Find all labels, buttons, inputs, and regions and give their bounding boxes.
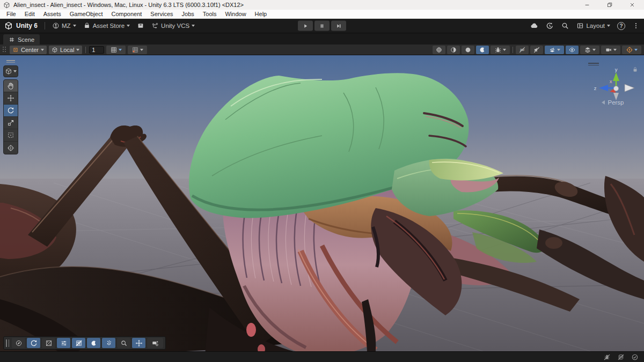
effects-icon — [548, 46, 556, 54]
product-label: Unity 6 — [16, 22, 38, 29]
rotate-icon — [30, 339, 38, 347]
account-dropdown[interactable]: MZ — [52, 22, 76, 29]
transform-tool-button[interactable] — [4, 142, 18, 154]
hand-tool-button[interactable] — [4, 80, 18, 92]
orientation-dropdown[interactable]: Local — [49, 46, 82, 54]
draw-mode-wireframe-button[interactable] — [433, 46, 445, 54]
camera-overlay-dropdown[interactable] — [601, 46, 620, 54]
axis-z-label[interactable]: z — [594, 85, 597, 91]
search-icon[interactable] — [561, 21, 569, 30]
move-overlay-button[interactable] — [132, 338, 145, 348]
rotate-overlay-button[interactable] — [27, 338, 40, 348]
layout-dropdown[interactable]: Layout — [576, 22, 610, 29]
scene-visibility-button[interactable] — [566, 46, 579, 54]
compass-button[interactable] — [12, 338, 25, 348]
move-icon — [7, 94, 14, 102]
cache-server-disconnected-icon[interactable] — [617, 353, 625, 361]
2d-toggle-button[interactable]: 2D — [516, 46, 529, 54]
scale-tool-button[interactable] — [4, 117, 18, 129]
chevron-down-icon — [127, 25, 130, 27]
status-ok-icon[interactable] — [631, 353, 639, 361]
asset-store-bag-icon — [83, 22, 91, 29]
search-overlay-button[interactable] — [117, 338, 130, 348]
axis-gizmo[interactable]: y x z — [591, 68, 638, 102]
draw-mode-shaded-button[interactable] — [462, 46, 474, 54]
asset-store-dropdown[interactable]: Asset Store — [83, 22, 130, 29]
draw-mode-shaded-wireframe-button[interactable] — [447, 46, 460, 54]
menu-file[interactable]: File — [2, 11, 20, 17]
snap-grid-icon — [110, 46, 118, 54]
pivot-mode-dropdown[interactable]: Center — [10, 46, 47, 54]
pause-icon — [318, 22, 326, 29]
snap-increment-input[interactable] — [89, 46, 104, 54]
skybox-toggle-button[interactable] — [42, 338, 55, 348]
lighting-toggle-button[interactable] — [476, 46, 489, 54]
restore-icon[interactable] — [606, 2, 613, 8]
rect-icon — [7, 131, 14, 139]
step-button[interactable] — [331, 21, 346, 31]
shaded-sphere-icon — [464, 46, 472, 54]
package-manager-button[interactable] — [137, 22, 144, 29]
help-button[interactable]: ? — [617, 22, 625, 30]
undo-history-icon[interactable] — [545, 21, 554, 30]
toolbar-separator — [45, 22, 45, 29]
gizmos-dropdown[interactable] — [622, 46, 641, 54]
toolbar-drag-handle[interactable] — [3, 47, 6, 53]
menu-component[interactable]: Component — [107, 11, 146, 17]
audio-toggle-button[interactable] — [530, 46, 543, 54]
pause-button[interactable] — [314, 21, 330, 31]
tab-scene[interactable]: Scene — [3, 34, 40, 45]
menu-bar: File Edit Assets GameObject Component Se… — [0, 10, 644, 19]
view-options-dropdown[interactable] — [3, 65, 18, 77]
lighting-overlay-button[interactable] — [87, 338, 100, 348]
close-icon[interactable] — [629, 2, 635, 8]
menu-assets[interactable]: Assets — [39, 11, 65, 17]
particles-toggle-button[interactable] — [102, 338, 115, 348]
audio-mute-icon — [533, 46, 540, 54]
axis-y-label[interactable]: y — [615, 68, 618, 72]
scene-viewport[interactable]: y x z Persp — [0, 55, 644, 351]
move-icon — [135, 339, 143, 347]
rect-tool-button[interactable] — [4, 129, 18, 142]
more-kebab-icon[interactable] — [632, 22, 640, 29]
main-toolbar: Unity 6 MZ Asset Store Unity VCS — [0, 19, 644, 33]
gizmos-crosshair-icon — [626, 46, 633, 54]
grid-visibility-button[interactable] — [72, 338, 85, 348]
axis-x-label[interactable]: x — [610, 78, 612, 84]
particles-icon — [105, 339, 113, 347]
unity-vcs-dropdown[interactable]: Unity VCS — [151, 22, 195, 29]
effects-dropdown[interactable] — [545, 46, 564, 54]
strip-drag-handle[interactable] — [6, 339, 9, 347]
debug-validation-dropdown[interactable] — [491, 46, 510, 54]
projection-toggle[interactable]: Persp — [585, 99, 641, 106]
menu-edit[interactable]: Edit — [20, 11, 39, 17]
grid-settings-button[interactable] — [128, 46, 147, 54]
menu-window[interactable]: Window — [221, 11, 250, 17]
menu-gameobject[interactable]: GameObject — [65, 11, 107, 17]
overlay-drag-handle[interactable] — [6, 59, 15, 64]
snap-grid-button[interactable] — [106, 46, 126, 54]
help-glyph: ? — [619, 23, 623, 29]
menu-help[interactable]: Help — [251, 11, 272, 17]
menu-jobs[interactable]: Jobs — [178, 11, 199, 17]
chevron-down-icon — [192, 25, 195, 27]
menu-tools[interactable]: Tools — [199, 11, 221, 17]
minimize-icon[interactable] — [584, 2, 590, 8]
package-manager-icon — [137, 22, 144, 29]
camera-preview-button[interactable] — [147, 338, 163, 348]
rotate-tool-button[interactable] — [4, 105, 18, 117]
scene-render — [0, 55, 644, 351]
tool-settings-button[interactable] — [57, 338, 70, 348]
play-button[interactable] — [298, 21, 313, 31]
unity-brand: Unity 6 — [4, 21, 38, 30]
compass-icon — [15, 339, 23, 347]
orientation-gizmo[interactable]: y x z Persp — [585, 58, 641, 109]
gizmo-drag-handle[interactable] — [588, 62, 599, 67]
sliders-icon — [60, 339, 68, 347]
layers-dropdown[interactable] — [580, 46, 599, 54]
unity-editor-window: Alien_insect - Alien_insect - Windows, M… — [0, 0, 644, 362]
menu-services[interactable]: Services — [146, 11, 177, 17]
move-tool-button[interactable] — [4, 92, 18, 105]
debugger-detached-icon[interactable] — [603, 353, 611, 361]
cloud-icon[interactable] — [530, 21, 538, 30]
